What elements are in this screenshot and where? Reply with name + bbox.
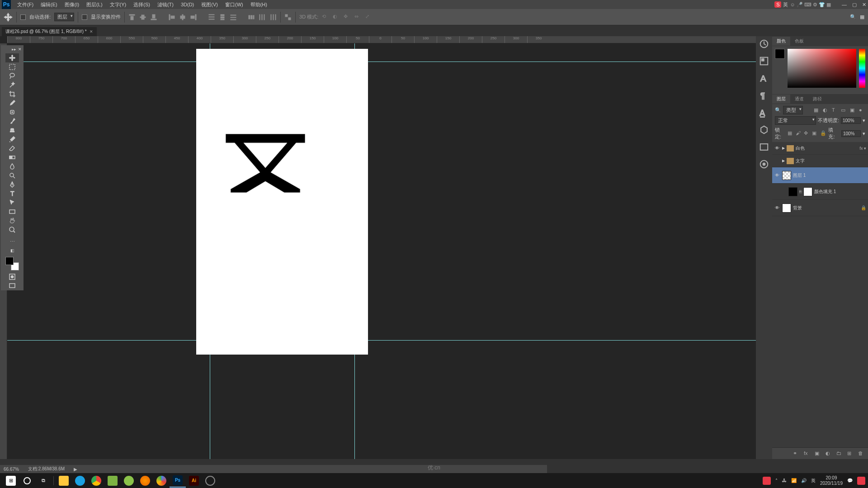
layer-name[interactable]: 颜色填充 1 xyxy=(814,189,866,195)
filter-adjust-icon[interactable]: ◐ xyxy=(823,107,829,114)
lock-all-icon[interactable]: 🔒 xyxy=(820,130,826,137)
fill-dropdown-icon[interactable]: ▾ xyxy=(863,131,865,137)
adjustment-layer-icon[interactable]: ◐ xyxy=(826,450,832,457)
align-left-icon[interactable] xyxy=(168,14,175,21)
screen-mode-tool[interactable] xyxy=(5,281,19,290)
layer-row[interactable]: ▶ 文字 xyxy=(772,155,868,167)
edit-toolbar-icon[interactable]: ⋯ xyxy=(5,237,19,246)
illustrator-taskbar[interactable]: Ai xyxy=(186,474,202,488)
align-bottom-icon[interactable] xyxy=(150,14,157,21)
distribute-top-icon[interactable] xyxy=(208,14,215,21)
layer-name[interactable]: 图层 1 xyxy=(793,172,866,179)
app-taskbar-3[interactable] xyxy=(121,474,137,488)
align-vcenter-icon[interactable] xyxy=(139,14,146,21)
color-field[interactable] xyxy=(788,49,856,88)
notifications-icon[interactable]: 💬 xyxy=(847,478,853,483)
dodge-tool[interactable] xyxy=(5,171,19,180)
default-colors-icon[interactable]: ◧ xyxy=(5,246,19,255)
show-transform-checkbox[interactable] xyxy=(82,14,87,20)
filter-pixel-icon[interactable]: ▦ xyxy=(814,107,820,114)
filter-type-icon[interactable]: T xyxy=(832,107,838,114)
ime-indicator[interactable]: S xyxy=(774,1,781,8)
blend-mode-dropdown[interactable]: 正常 xyxy=(775,116,816,125)
filter-shape-icon[interactable]: ▭ xyxy=(841,107,847,114)
paths-tab[interactable]: 路径 xyxy=(808,95,826,104)
guide-horizontal[interactable] xyxy=(7,340,756,341)
layer-row[interactable]: ⎘ 颜色填充 1 xyxy=(772,184,868,200)
menu-file[interactable]: 文件(F) xyxy=(14,1,37,8)
color-tab[interactable]: 颜色 xyxy=(772,37,790,46)
layer-row-selected[interactable]: 👁 图层 1 xyxy=(772,167,868,184)
app-taskbar-1[interactable] xyxy=(72,474,88,488)
fx-badge[interactable]: fx ▾ xyxy=(859,146,866,151)
gradient-tool[interactable] xyxy=(5,153,19,162)
3d-panel-icon[interactable] xyxy=(759,125,769,135)
opacity-dropdown-icon[interactable]: ▾ xyxy=(863,118,865,123)
opacity-field[interactable]: 100% xyxy=(841,117,861,124)
canvas-viewport[interactable]: ▸ xyxy=(7,43,756,459)
filter-smart-icon[interactable]: ▣ xyxy=(850,107,856,114)
auto-select-checkbox[interactable] xyxy=(20,14,26,20)
lock-pixels-icon[interactable]: 🖌 xyxy=(796,130,802,137)
magic-wand-tool[interactable] xyxy=(5,81,19,90)
history-panel-icon[interactable] xyxy=(759,39,769,49)
blur-tool[interactable] xyxy=(5,162,19,171)
photoshop-taskbar[interactable]: Ps xyxy=(170,474,186,488)
quick-mask-tool[interactable] xyxy=(5,272,19,281)
tray-chevron-icon[interactable]: ˄ xyxy=(775,478,778,483)
document-info[interactable]: 文档:2.86M/38.6M xyxy=(28,466,65,472)
swatches-tab[interactable]: 色板 xyxy=(790,37,808,46)
layer-name[interactable]: 白色 xyxy=(796,145,858,152)
distribute-hcenter-icon[interactable] xyxy=(259,14,266,21)
zoom-level[interactable]: 66.67% xyxy=(4,467,19,472)
healing-tool[interactable] xyxy=(5,108,19,117)
system-clock[interactable]: 20:09 2020/11/19 xyxy=(820,475,843,486)
app-taskbar-2[interactable] xyxy=(104,474,121,488)
marquee-tool[interactable] xyxy=(5,62,19,71)
lock-artboard-icon[interactable]: ▣ xyxy=(812,130,818,137)
visibility-toggle[interactable]: 👁 xyxy=(774,205,780,210)
layer-style-icon[interactable]: fx xyxy=(804,450,810,457)
adjustments-panel-icon[interactable] xyxy=(759,142,769,152)
menu-type[interactable]: 文字(Y) xyxy=(106,1,130,8)
menu-filter[interactable]: 滤镜(T) xyxy=(154,1,177,8)
libraries-panel-icon[interactable] xyxy=(759,159,769,169)
channels-tab[interactable]: 通道 xyxy=(790,95,808,104)
file-explorer-taskbar[interactable] xyxy=(56,474,72,488)
visibility-toggle[interactable]: 👁 xyxy=(774,146,780,151)
chrome-taskbar[interactable] xyxy=(88,474,104,488)
tab-close-icon[interactable]: ✕ xyxy=(90,29,93,34)
visibility-toggle[interactable]: 👁 xyxy=(774,173,780,178)
layer-mask-icon[interactable]: ▣ xyxy=(815,450,821,457)
path-select-tool[interactable] xyxy=(5,198,19,207)
folder-chevron-icon[interactable]: ▶ xyxy=(782,159,785,163)
menu-image[interactable]: 图像(I) xyxy=(61,1,83,8)
workspace-icon[interactable]: ▦ xyxy=(860,14,864,20)
zoom-tool[interactable] xyxy=(5,225,19,234)
layer-filter-dropdown[interactable]: 类型 xyxy=(783,106,803,114)
pen-tool[interactable] xyxy=(5,180,19,189)
task-view-button[interactable]: ⧉ xyxy=(35,474,52,488)
distribute-left-icon[interactable] xyxy=(248,14,255,21)
cortana-button[interactable] xyxy=(19,474,35,488)
align-top-icon[interactable] xyxy=(128,14,136,21)
status-chevron-icon[interactable]: ▶ xyxy=(74,467,77,472)
canvas[interactable]: ▸ xyxy=(196,49,368,355)
character-panel-icon[interactable]: A xyxy=(759,73,769,83)
foreground-color-swatch[interactable] xyxy=(775,49,785,59)
clone-stamp-tool[interactable] xyxy=(5,126,19,135)
type-tool[interactable]: T xyxy=(5,189,19,198)
mask-thumbnail[interactable] xyxy=(803,187,812,196)
search-icon[interactable]: 🔍 xyxy=(850,14,856,20)
guide-horizontal[interactable] xyxy=(7,62,756,62)
close-button[interactable]: ✕ xyxy=(862,2,866,8)
layer-thumbnail[interactable] xyxy=(782,171,791,180)
move-tool[interactable] xyxy=(5,53,19,62)
filter-toggle-icon[interactable]: ● xyxy=(859,107,865,114)
auto-align-icon[interactable] xyxy=(284,14,292,21)
layer-thumbnail[interactable] xyxy=(782,204,791,213)
minimize-button[interactable]: — xyxy=(842,2,847,8)
menu-3d[interactable]: 3D(D) xyxy=(177,2,198,7)
color-swatches[interactable] xyxy=(5,257,19,270)
new-group-icon[interactable]: 🗀 xyxy=(836,450,843,457)
